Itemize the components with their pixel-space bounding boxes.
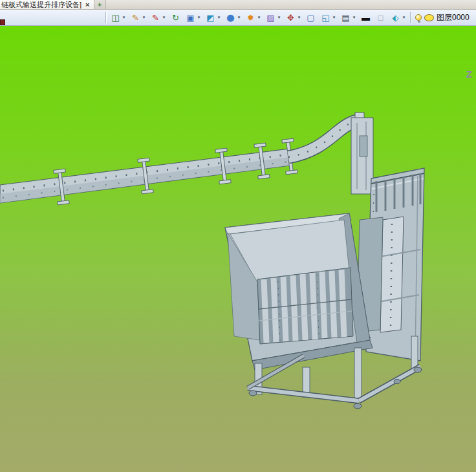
main-toolbar: ◫ ▾ ✎ ▾ ✎ ▾ ↻ ▣ ▾ ◩ ▾ ⬤ ▾ ✹ ▾ ▨ ▾ ✥ ▾ ▢ …: [0, 10, 476, 26]
display-mode-button[interactable]: ▤ ▾: [339, 11, 358, 25]
document-tab[interactable]: 链板式输送提升排序设备] ×: [0, 0, 94, 9]
zoom-fit-icon: ◱: [320, 12, 331, 23]
chevron-down-icon[interactable]: ▾: [402, 15, 406, 20]
zoom-fit-button[interactable]: ◱ ▾: [319, 11, 338, 25]
toolbar-separator: [105, 12, 106, 23]
tab-strip: 链板式输送提升排序设备] × +: [0, 0, 476, 10]
move-origin-button[interactable]: ✥ ▾: [284, 11, 303, 25]
plus-icon: +: [98, 1, 102, 8]
paint-brush-icon: ✎: [130, 12, 141, 23]
color-wheel-button[interactable]: ✹ ▾: [244, 11, 263, 25]
toolbar-left-marker: [0, 19, 5, 25]
move-origin-icon: ✥: [285, 12, 296, 23]
image-icon: ▨: [265, 12, 276, 23]
blank-swatch-icon: □: [375, 12, 386, 23]
line-width-icon: ▬: [360, 12, 371, 23]
chevron-down-icon[interactable]: ▾: [142, 15, 146, 20]
line-width-button[interactable]: ▬: [359, 11, 373, 25]
layer-style-button[interactable]: ⬖ ▾: [389, 11, 407, 25]
chain-plate-slats: [264, 270, 344, 343]
layer-style-icon: ⬖: [390, 12, 401, 23]
chevron-down-icon[interactable]: ▾: [297, 15, 301, 20]
conveyor-3d-model[interactable]: [0, 26, 476, 472]
new-tab-button[interactable]: +: [94, 0, 106, 9]
view-style-button[interactable]: ◫ ▾: [109, 11, 127, 25]
select-window-icon: ▢: [305, 12, 316, 23]
viewport-3d[interactable]: Z: [0, 26, 476, 472]
chevron-down-icon[interactable]: ▾: [257, 15, 261, 20]
sphere-icon: ⬤: [225, 12, 236, 23]
chevron-down-icon[interactable]: ▾: [162, 15, 166, 20]
chevron-down-icon[interactable]: ▾: [352, 15, 356, 20]
view-style-icon: ◫: [110, 12, 121, 23]
chevron-down-icon[interactable]: ▾: [277, 15, 281, 20]
refresh-arrows-icon: ↻: [170, 12, 181, 23]
toolbar-separator: [410, 12, 411, 23]
layer-visibility-bulb-icon[interactable]: [415, 14, 422, 21]
teal-cube-button[interactable]: ◩ ▾: [204, 11, 222, 25]
teal-cube-icon: ◩: [205, 12, 216, 23]
head-assembly: [351, 113, 373, 194]
blank-swatch-button[interactable]: □: [374, 11, 387, 25]
layer-color-swatch[interactable]: [424, 14, 434, 21]
paint-brush-button[interactable]: ✎ ▾: [129, 11, 147, 25]
sphere-button[interactable]: ⬤ ▾: [224, 11, 243, 25]
hopper: [225, 213, 373, 370]
refresh-button[interactable]: ↻: [169, 11, 182, 25]
chevron-down-icon[interactable]: ▾: [197, 15, 201, 20]
document-tab-title: 链板式输送提升排序设备]: [1, 0, 81, 9]
chevron-down-icon[interactable]: ▾: [237, 15, 241, 20]
layer-name-label: 图层0000: [437, 12, 470, 23]
select-window-button[interactable]: ▢: [304, 11, 318, 25]
blue-cube-icon: ▣: [185, 12, 196, 23]
chevron-down-icon[interactable]: ▾: [122, 15, 126, 20]
red-pen-button[interactable]: ✎ ▾: [149, 11, 168, 25]
display-mode-icon: ▤: [340, 12, 351, 23]
layer-control[interactable]: 图层0000: [413, 12, 472, 23]
tab-close-icon[interactable]: ×: [84, 1, 91, 8]
chevron-down-icon[interactable]: ▾: [217, 15, 221, 20]
chevron-down-icon[interactable]: ▾: [332, 15, 336, 20]
blue-cube-button[interactable]: ▣ ▾: [184, 11, 202, 25]
z-axis-label: Z: [466, 69, 472, 80]
image-button[interactable]: ▨ ▾: [264, 11, 283, 25]
red-pen-icon: ✎: [150, 12, 161, 23]
color-wheel-icon: ✹: [245, 12, 256, 23]
